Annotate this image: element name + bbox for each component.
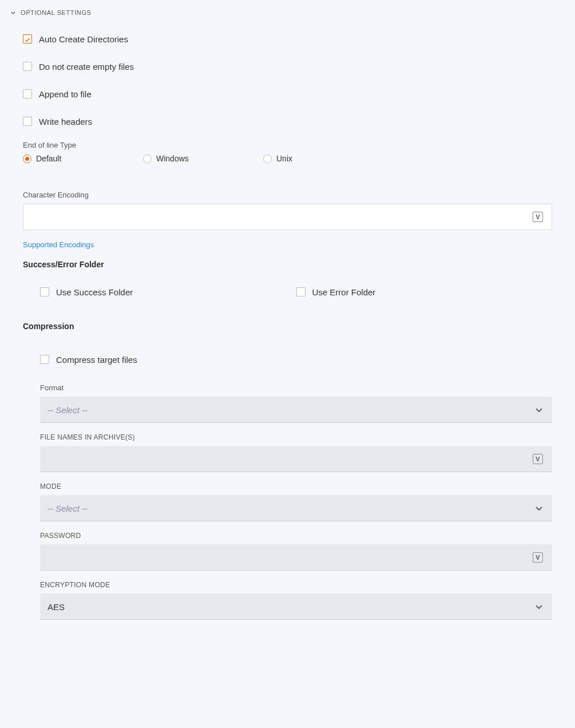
- no-empty-label: Do not create empty files: [39, 62, 134, 72]
- encoding-group: Character Encoding V Supported Encodings: [23, 191, 552, 250]
- no-empty-checkbox[interactable]: [23, 62, 32, 71]
- radio-icon: [23, 155, 31, 163]
- chevron-down-icon: [531, 500, 547, 516]
- eol-radio-row: Default Windows Unix: [23, 154, 552, 163]
- variable-icon: V: [533, 454, 543, 464]
- eol-unix-option[interactable]: Unix: [263, 154, 383, 163]
- error-folder-label: Use Error Folder: [312, 287, 376, 297]
- append-label: Append to file: [39, 89, 92, 99]
- success-folder-row: Use Success Folder: [40, 278, 296, 306]
- eol-windows-option[interactable]: Windows: [143, 154, 263, 163]
- compression-group: Compress target files Format -- Select -…: [0, 340, 575, 626]
- auto-create-label: Auto Create Directories: [39, 34, 128, 44]
- chevron-down-icon: [531, 599, 547, 615]
- eol-group: End of line Type Default Windows Unix: [23, 141, 552, 163]
- chevron-down-icon: [531, 402, 547, 418]
- format-label: Format: [40, 383, 552, 392]
- options-group: Auto Create Directories Do not create em…: [0, 19, 575, 278]
- error-folder-checkbox[interactable]: [296, 287, 306, 296]
- success-folder-label: Use Success Folder: [56, 287, 133, 297]
- headers-checkbox[interactable]: [23, 117, 32, 126]
- filenames-input[interactable]: V: [40, 446, 552, 472]
- compression-title-wrap: Compression: [0, 322, 575, 340]
- encoding-label: Character Encoding: [23, 191, 552, 199]
- encoding-input[interactable]: V: [23, 204, 552, 230]
- encryption-group: Encryption Mode AES: [40, 581, 552, 620]
- encryption-select[interactable]: AES: [40, 594, 552, 620]
- compress-target-checkbox[interactable]: [40, 355, 49, 364]
- password-label: Password: [40, 532, 552, 540]
- filenames-label: File Names in Archive(s): [40, 433, 552, 441]
- variable-picker-button[interactable]: V: [530, 209, 546, 225]
- password-input[interactable]: V: [40, 544, 552, 571]
- auto-create-checkbox[interactable]: [23, 34, 32, 43]
- variable-picker-button[interactable]: V: [530, 549, 546, 565]
- encryption-value: AES: [41, 602, 531, 612]
- compress-target-row: Compress target files: [40, 346, 552, 373]
- format-select[interactable]: -- Select --: [40, 397, 552, 423]
- mode-placeholder: -- Select --: [41, 504, 531, 513]
- append-checkbox[interactable]: [23, 89, 32, 98]
- headers-row: Write headers: [23, 108, 552, 135]
- optional-settings-panel: Optional Settings Auto Create Directorie…: [0, 0, 575, 648]
- variable-picker-button[interactable]: V: [530, 451, 546, 467]
- optional-settings-header[interactable]: Optional Settings: [0, 6, 575, 19]
- encryption-label: Encryption Mode: [40, 581, 552, 589]
- chevron-down-icon: [10, 10, 16, 15]
- mode-select[interactable]: -- Select --: [40, 495, 552, 521]
- eol-label: End of line Type: [23, 141, 552, 149]
- eol-windows-label: Windows: [156, 154, 189, 163]
- folders-group: Use Success Folder Use Error Folder: [0, 278, 575, 311]
- eol-default-option[interactable]: Default: [23, 154, 143, 163]
- auto-create-row: Auto Create Directories: [23, 25, 552, 53]
- section-title-text: Optional Settings: [21, 9, 91, 16]
- supported-encodings-link[interactable]: Supported Encodings: [23, 240, 94, 249]
- format-placeholder: -- Select --: [41, 405, 531, 415]
- variable-icon: V: [533, 552, 543, 563]
- password-group: Password V: [40, 532, 552, 571]
- no-empty-row: Do not create empty files: [23, 53, 552, 80]
- compress-target-label: Compress target files: [56, 355, 137, 365]
- append-row: Append to file: [23, 80, 552, 108]
- check-icon: [24, 35, 31, 42]
- success-folder-checkbox[interactable]: [40, 287, 49, 296]
- eol-unix-label: Unix: [276, 154, 292, 163]
- folders-title: Success/Error Folder: [23, 260, 552, 269]
- compression-title: Compression: [23, 322, 552, 331]
- headers-label: Write headers: [39, 117, 92, 126]
- error-folder-row: Use Error Folder: [296, 278, 553, 306]
- variable-icon: V: [533, 212, 543, 222]
- eol-default-label: Default: [36, 154, 61, 163]
- radio-icon: [263, 155, 272, 163]
- filenames-group: File Names in Archive(s) V: [40, 433, 552, 472]
- radio-icon: [143, 155, 152, 163]
- format-group: Format -- Select --: [40, 383, 552, 423]
- mode-label: Mode: [40, 482, 552, 490]
- mode-group: Mode -- Select --: [40, 482, 552, 521]
